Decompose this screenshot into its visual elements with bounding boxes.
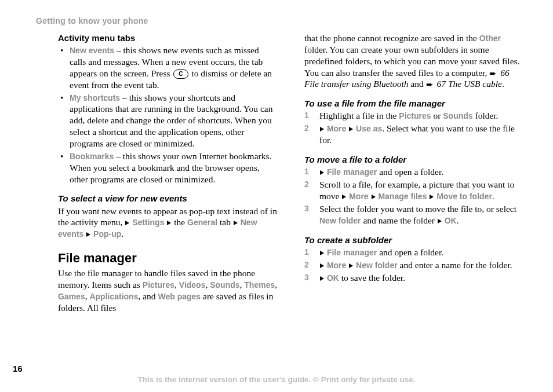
text: or (431, 111, 443, 120)
content-columns: Activity menu tabs New events – this sho… (23, 32, 530, 314)
ui-file-manager: File manager (327, 248, 377, 257)
heading-create-subfolder: To create a subfolder (304, 235, 524, 246)
ui-sounds: Sounds (443, 111, 472, 120)
ui-more: More (327, 124, 346, 133)
list-item: File manager and open a folder. (304, 166, 524, 178)
ui-pictures: Pictures (399, 111, 431, 120)
ui-use-as: Use as (356, 124, 382, 133)
activity-tabs-list: New events – this shows new events such … (58, 45, 278, 185)
ui-applications: Applications (89, 292, 138, 301)
ui-themes: Themes (244, 280, 275, 290)
text: Select the folder you want to move the f… (319, 204, 516, 214)
xref: 67 The USB cable (437, 79, 502, 89)
footer-text: This is the Internet version of the user… (0, 375, 553, 384)
paragraph: If you want new events to appear as pop-… (58, 206, 278, 240)
ui-games: Games (58, 292, 85, 301)
ui-move-to-folder: Move to folder (436, 192, 492, 201)
ui-ok: OK (327, 273, 339, 283)
ui-new-events: New events (70, 46, 114, 55)
paragraph: Use the file manager to handle files sav… (58, 268, 278, 313)
ui-pictures: Pictures (143, 280, 174, 290)
nav-arrow-icon (342, 195, 346, 199)
text: and open a folder. (377, 167, 443, 177)
heading-move-file: To move a file to a folder (304, 154, 524, 165)
nav-arrow-icon (234, 221, 238, 225)
nav-arrow-icon (430, 195, 434, 199)
key-c-icon: C (173, 69, 188, 79)
list-item: OK to save the folder. (304, 272, 524, 284)
text: Highlight a file in the (319, 111, 399, 120)
ui-general: General (187, 218, 217, 227)
heading-file-manager: File manager (58, 250, 278, 266)
ui-videos: Videos (179, 280, 206, 290)
ui-my-shortcuts: My shortcuts (70, 93, 120, 102)
text: and open a folder. (377, 247, 443, 257)
text: and (409, 79, 426, 89)
text: tab (217, 217, 233, 227)
nav-arrow-icon (320, 276, 324, 281)
ui-settings: Settings (132, 218, 164, 227)
ui-sounds: Sounds (210, 280, 239, 290)
ui-pop-up: Pop-up (93, 229, 121, 239)
ui-ok: OK (445, 216, 457, 225)
list-item: Scroll to a file, for example, a picture… (304, 179, 524, 202)
text: folder. (473, 111, 499, 120)
list-item: My shortcuts – this shows your shortcuts… (58, 92, 278, 149)
ui-more: More (327, 261, 346, 270)
ui-other: Other (479, 34, 501, 43)
nav-arrow-icon (320, 170, 324, 175)
list-item: Bookmarks – this shows your own Internet… (58, 151, 278, 185)
list-item: More New folder and enter a name for the… (304, 259, 524, 271)
column-left: Activity menu tabs New events – this sho… (58, 32, 278, 314)
chapter-title: Getting to know your phone (36, 16, 530, 25)
heading-activity-tabs: Activity menu tabs (58, 32, 278, 43)
heading-select-view: To select a view for new events (58, 193, 278, 204)
list-item: New events – this shows new events such … (58, 45, 278, 90)
heading-use-file: To use a file from the file manager (304, 98, 524, 109)
text: , and (138, 291, 158, 301)
nav-arrow-icon (349, 127, 353, 131)
text: to save the folder. (339, 273, 405, 283)
use-file-steps: Highlight a file in the Pictures or Soun… (304, 110, 524, 146)
nav-arrow-icon (320, 251, 324, 255)
nav-arrow-icon (372, 195, 376, 199)
ui-more: More (349, 192, 368, 201)
list-item: Select the folder you want to move the f… (304, 203, 524, 226)
nav-arrow-icon (125, 221, 129, 225)
text: the (172, 217, 187, 227)
text: and enter a name for the folder. (398, 260, 512, 270)
ui-new-folder: New folder (319, 216, 361, 225)
ui-bookmarks: Bookmarks (70, 152, 114, 161)
nav-arrow-icon (320, 263, 324, 268)
text: and name the folder (361, 215, 437, 225)
nav-arrow-icon (438, 219, 442, 224)
page-number: 16 (13, 364, 23, 373)
list-item: Highlight a file in the Pictures or Soun… (304, 110, 524, 122)
column-right: that the phone cannot recognize are save… (304, 32, 524, 314)
nav-arrow-icon (86, 232, 90, 237)
text: folder. You can create your own subfolde… (304, 45, 519, 78)
ui-web-pages: Web pages (158, 292, 201, 301)
ui-new-folder: New folder (356, 261, 398, 270)
xref-arrow-icon: ➨ (426, 80, 434, 89)
create-subfolder-steps: File manager and open a folder. More New… (304, 247, 524, 284)
nav-arrow-icon (320, 127, 324, 131)
nav-arrow-icon (349, 263, 353, 268)
list-item: More Use as. Select what you want to use… (304, 123, 524, 146)
ui-manage-files: Manage files (378, 192, 427, 201)
paragraph: that the phone cannot recognize are save… (304, 32, 524, 90)
ui-file-manager: File manager (327, 167, 377, 177)
xref-arrow-icon: ➨ (489, 69, 497, 78)
nav-arrow-icon (167, 221, 171, 225)
text: that the phone cannot recognize are save… (304, 33, 479, 43)
list-item: File manager and open a folder. (304, 247, 524, 258)
move-file-steps: File manager and open a folder. Scroll t… (304, 166, 524, 226)
